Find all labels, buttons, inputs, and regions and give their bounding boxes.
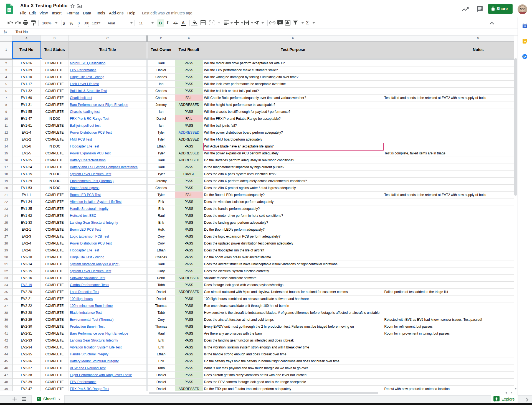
svg-text:31: 31 — [523, 25, 526, 28]
